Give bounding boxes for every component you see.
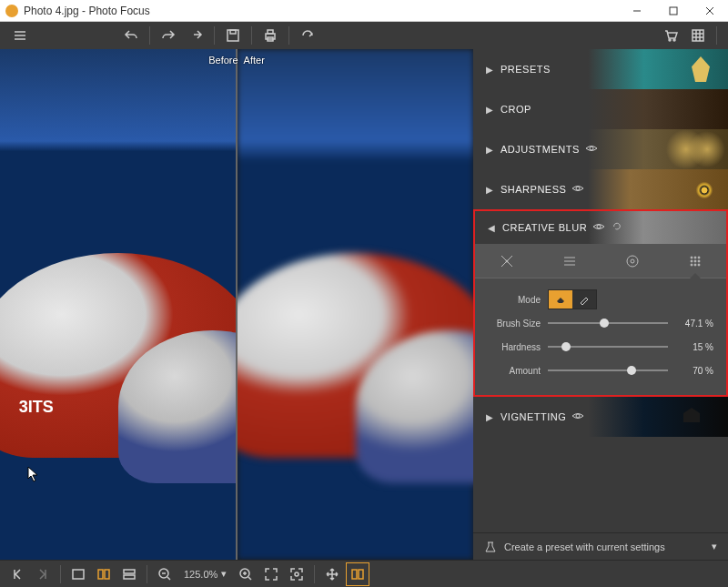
blur-tab-radial[interactable] [601, 244, 663, 278]
svg-point-37 [694, 264, 696, 266]
create-preset-label: Create a preset with current settings [504, 541, 665, 552]
share-button[interactable] [295, 23, 320, 48]
panel-creative-blur: ◀ CREATIVE BLUR Mode [473, 209, 728, 397]
chevron-down-icon: ◀ [488, 223, 495, 233]
svg-point-35 [698, 260, 700, 262]
flask-icon [484, 541, 497, 553]
brush-size-value: 47.1 % [675, 319, 713, 329]
svg-point-30 [691, 257, 693, 258]
before-label: Before [208, 55, 238, 66]
minimize-button[interactable] [619, 0, 655, 22]
eye-icon[interactable] [592, 222, 605, 233]
redo-button[interactable] [156, 23, 181, 48]
panel-sharpness[interactable]: ▶ SHARPNESS [473, 169, 728, 209]
eye-icon[interactable] [585, 144, 598, 155]
svg-point-38 [698, 264, 700, 266]
svg-rect-8 [230, 30, 236, 34]
svg-rect-41 [98, 570, 103, 579]
top-toolbar [0, 22, 728, 49]
hardness-label: Hardness [488, 342, 541, 352]
split-horiz-button[interactable] [117, 562, 141, 586]
after-label: After [244, 55, 265, 66]
amount-value: 70 % [675, 366, 713, 376]
zoom-combo[interactable]: 125.0% ▾ [178, 568, 232, 580]
window-title: Photo 4.jpg - Photo Focus [24, 5, 619, 17]
menu-button[interactable] [7, 23, 33, 48]
panel-label: CREATIVE BLUR [502, 222, 587, 233]
cursor-icon [27, 466, 40, 482]
blur-tab-none[interactable] [475, 244, 538, 278]
zoom-in-button[interactable] [234, 562, 258, 586]
svg-rect-14 [693, 30, 703, 41]
svg-point-31 [694, 257, 696, 258]
before-view: 3ITS [0, 49, 236, 560]
undo-button[interactable] [118, 23, 144, 48]
panel-label: VIGNETTING [500, 411, 566, 422]
svg-point-12 [669, 39, 671, 41]
bottom-toolbar: 125.0% ▾ [0, 560, 728, 587]
mode-label: Mode [488, 295, 541, 305]
brush-size-slider[interactable] [548, 317, 668, 329]
titlebar: Photo 4.jpg - Photo Focus [0, 0, 728, 22]
amount-label: Amount [488, 366, 541, 376]
hardness-slider[interactable] [548, 340, 668, 353]
fit-button[interactable] [259, 562, 283, 586]
svg-rect-53 [352, 570, 357, 579]
svg-point-36 [691, 264, 693, 266]
svg-line-49 [248, 577, 251, 580]
svg-point-34 [694, 260, 696, 262]
blur-tab-brush[interactable] [663, 244, 726, 278]
panel-creative-blur-head[interactable]: ◀ CREATIVE BLUR [475, 211, 726, 244]
amount-slider[interactable] [548, 364, 668, 377]
svg-point-52 [295, 572, 298, 576]
blur-tabs [475, 244, 726, 278]
next-button[interactable] [31, 562, 55, 586]
svg-rect-1 [670, 7, 677, 15]
svg-point-39 [576, 414, 580, 418]
reset-icon[interactable] [611, 222, 623, 233]
panel-crop[interactable]: ▶ CROP [473, 89, 728, 129]
eye-icon[interactable] [571, 184, 584, 195]
single-view-button[interactable] [66, 562, 90, 586]
close-button[interactable] [692, 0, 728, 22]
save-button[interactable] [220, 23, 246, 48]
maximize-button[interactable] [655, 0, 692, 22]
svg-rect-54 [359, 570, 363, 579]
mode-paint-button[interactable] [572, 290, 596, 309]
svg-rect-44 [124, 575, 135, 579]
svg-point-32 [698, 257, 700, 258]
panel-label: SHARPNESS [500, 184, 566, 195]
panel-vignetting[interactable]: ▶ VIGNETTING [473, 397, 728, 437]
redo-alt-button[interactable] [183, 23, 208, 48]
hull-text: 3ITS [19, 398, 54, 417]
actual-size-button[interactable] [285, 562, 308, 586]
chevron-down-icon[interactable]: ▾ [712, 541, 717, 552]
sidebar-footer[interactable]: Create a preset with current settings ▾ [473, 532, 728, 560]
panel-presets[interactable]: ▶ PRESETS [473, 49, 728, 89]
print-button[interactable] [258, 23, 283, 48]
svg-point-29 [631, 259, 634, 263]
pan-button[interactable] [320, 562, 344, 586]
svg-point-21 [597, 225, 601, 228]
svg-rect-42 [105, 570, 109, 579]
canvas[interactable]: 3ITS Before After [0, 49, 473, 560]
chevron-right-icon: ▶ [486, 145, 493, 155]
compare-button[interactable] [346, 562, 369, 586]
grid-button[interactable] [685, 23, 711, 48]
after-view [238, 49, 473, 560]
svg-point-20 [576, 187, 580, 190]
svg-rect-43 [124, 570, 135, 573]
zoom-out-button[interactable] [153, 562, 177, 586]
split-vert-button[interactable] [92, 562, 116, 586]
cart-button[interactable] [658, 23, 683, 48]
prev-button[interactable] [5, 562, 29, 586]
chevron-right-icon: ▶ [486, 105, 493, 115]
zoom-value: 125.0% [184, 569, 217, 580]
svg-rect-40 [73, 570, 84, 579]
panel-adjustments[interactable]: ▶ ADJUSTMENTS [473, 129, 728, 169]
svg-point-33 [691, 260, 693, 262]
mode-erase-button[interactable] [549, 290, 572, 309]
blur-tab-linear[interactable] [538, 244, 601, 278]
eye-icon[interactable] [571, 411, 584, 422]
chevron-right-icon: ▶ [486, 65, 493, 75]
